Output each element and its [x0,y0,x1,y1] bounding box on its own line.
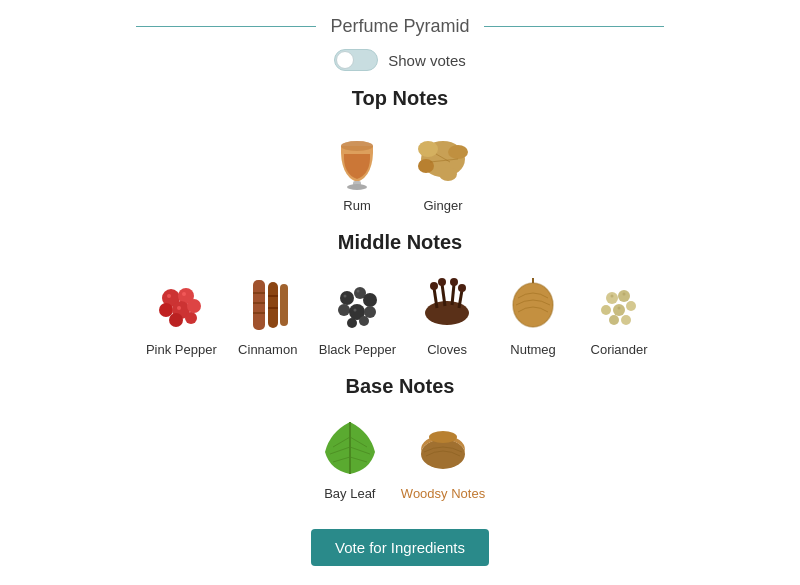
coriander-label: Coriander [591,342,648,357]
svg-point-70 [429,431,457,443]
show-votes-row: Show votes [334,49,466,71]
nutmeg-svg [498,268,568,338]
woodsy-label: Woodsy Notes [401,486,485,501]
cinnamon-svg [233,268,303,338]
pyramid-title-section: Perfume Pyramid [20,16,780,37]
svg-point-6 [448,145,468,159]
middle-notes-section: Middle Notes Pink [20,231,780,357]
svg-point-42 [430,282,438,290]
middle-notes-items: Pink Pepper Cinnamon [146,268,654,357]
coriander-svg [584,268,654,338]
svg-point-34 [364,306,376,318]
svg-point-3 [347,184,367,190]
vote-for-ingredients-button[interactable]: Vote for Ingredients [311,529,489,566]
svg-point-5 [418,141,438,157]
svg-point-18 [167,294,171,298]
note-item-coriander: Coriander [584,268,654,357]
pink-pepper-svg [146,268,216,338]
note-item-bay-leaf: Bay Leaf [315,412,385,501]
page-title: Perfume Pyramid [316,16,483,37]
title-line-left [136,26,316,27]
note-item-ginger: Ginger [408,124,478,213]
note-item-pink-pepper: Pink Pepper [146,268,217,357]
svg-point-20 [177,306,181,310]
svg-point-38 [357,290,360,293]
svg-point-16 [169,313,183,327]
ginger-svg [408,124,478,194]
svg-point-56 [626,301,636,311]
svg-line-45 [452,284,454,305]
rum-svg [322,124,392,194]
cloves-label: Cloves [427,342,467,357]
svg-point-54 [601,305,611,315]
svg-point-35 [347,318,357,328]
base-notes-items: Bay Leaf Woodsy Notes [315,412,485,501]
svg-point-48 [458,284,466,292]
ginger-image [408,124,478,194]
svg-point-58 [621,315,631,325]
svg-point-52 [606,292,618,304]
note-item-rum: Rum [322,124,392,213]
black-pepper-label: Black Pepper [319,342,396,357]
nutmeg-label: Nutmeg [510,342,556,357]
woodsy-svg [408,412,478,482]
bay-leaf-svg [315,412,385,482]
svg-point-8 [418,159,434,173]
svg-rect-22 [268,282,278,328]
bay-leaf-image [315,412,385,482]
note-item-cloves: Cloves [412,268,482,357]
title-line-right [484,26,664,27]
bay-leaf-label: Bay Leaf [324,486,375,501]
svg-point-37 [344,295,347,298]
black-pepper-svg [322,268,392,338]
note-item-cinnamon: Cinnamon [233,268,303,357]
svg-point-40 [425,301,469,325]
show-votes-label: Show votes [388,52,466,69]
svg-point-1 [341,141,373,151]
svg-point-61 [618,307,621,310]
svg-point-57 [609,315,619,325]
coriander-image [584,268,654,338]
cinnamon-image [233,268,303,338]
top-notes-items: Rum Ginger [322,124,478,213]
svg-point-29 [340,291,354,305]
nutmeg-image [498,268,568,338]
svg-point-60 [623,293,626,296]
cloves-svg [412,268,482,338]
base-notes-section: Base Notes Bay Leaf [20,375,780,501]
svg-point-55 [613,304,625,316]
svg-point-46 [450,278,458,286]
top-notes-section: Top Notes Rum [20,87,780,213]
svg-point-59 [611,295,614,298]
svg-rect-23 [280,284,288,326]
note-item-woodsy: Woodsy Notes [401,412,485,501]
ginger-label: Ginger [423,198,462,213]
svg-point-15 [187,299,201,313]
rum-label: Rum [343,198,370,213]
woodsy-image [408,412,478,482]
svg-point-32 [338,304,350,316]
cinnamon-label: Cinnamon [238,342,297,357]
svg-point-7 [439,167,457,181]
show-votes-toggle[interactable] [334,49,378,71]
svg-point-53 [618,290,630,302]
svg-point-44 [438,278,446,286]
middle-notes-heading: Middle Notes [338,231,462,254]
rum-image [322,124,392,194]
svg-point-19 [182,292,186,296]
svg-point-31 [363,293,377,307]
cloves-image [412,268,482,338]
note-item-black-pepper: Black Pepper [319,268,396,357]
svg-point-13 [159,303,173,317]
note-item-nutmeg: Nutmeg [498,268,568,357]
vote-button-container: Vote for Ingredients [311,529,489,566]
svg-point-17 [185,312,197,324]
black-pepper-image [322,268,392,338]
pink-pepper-label: Pink Pepper [146,342,217,357]
svg-point-39 [354,309,357,312]
pink-pepper-image [146,268,216,338]
svg-point-36 [359,316,369,326]
base-notes-heading: Base Notes [346,375,455,398]
top-notes-heading: Top Notes [352,87,448,110]
svg-rect-21 [253,280,265,330]
